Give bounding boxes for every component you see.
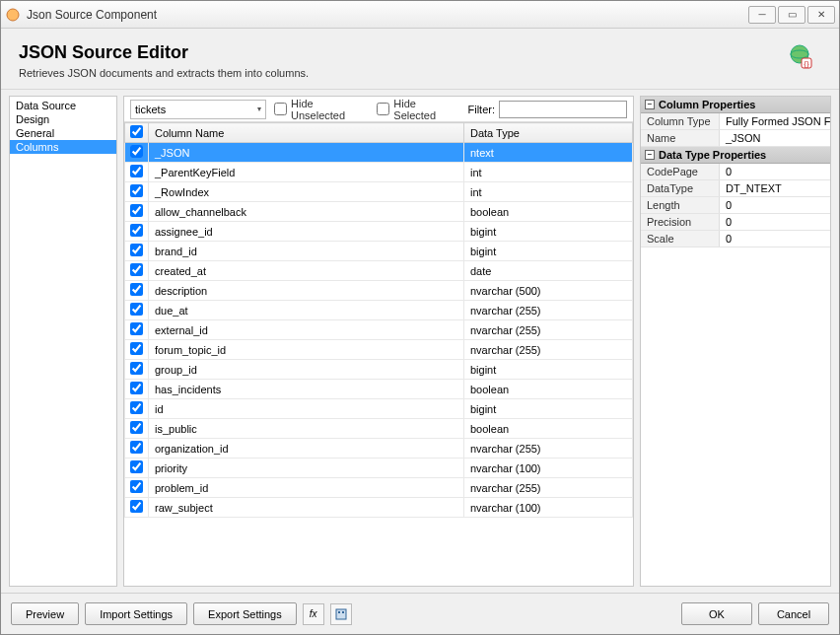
table-row[interactable]: _RowIndexint <box>125 182 633 202</box>
table-row[interactable]: problem_idnvarchar (255) <box>125 478 633 498</box>
row-checkbox[interactable] <box>130 421 143 434</box>
filter-wrap: Filter: <box>468 101 628 118</box>
row-checkbox[interactable] <box>130 382 143 394</box>
table-row[interactable]: assignee_idbigint <box>125 222 633 242</box>
prop-column-type[interactable]: Column Type Fully Formed JSON Fie <box>641 113 830 130</box>
options-icon-button[interactable] <box>330 603 352 625</box>
sidebar-item-design[interactable]: Design <box>10 112 116 126</box>
close-button[interactable]: ✕ <box>807 6 835 24</box>
cell-data-type: bigint <box>464 399 633 419</box>
cell-data-type: bigint <box>464 242 633 261</box>
row-checkbox[interactable] <box>130 401 143 414</box>
table-row[interactable]: allow_channelbackboolean <box>125 202 633 222</box>
data-type-properties-section[interactable]: − Data Type Properties <box>641 147 830 164</box>
page-subtitle: Retrieves JSON documents and extracts th… <box>19 67 309 79</box>
table-row[interactable]: forum_topic_idnvarchar (255) <box>125 340 633 360</box>
header: JSON Source Editor Retrieves JSON docume… <box>1 29 839 90</box>
prop-scale[interactable]: Scale 0 <box>641 231 830 247</box>
ok-button[interactable]: OK <box>681 602 752 625</box>
cell-data-type: boolean <box>464 419 633 439</box>
table-row[interactable]: external_idnvarchar (255) <box>125 320 633 340</box>
table-row[interactable]: is_publicboolean <box>125 419 633 439</box>
row-checkbox[interactable] <box>130 244 143 256</box>
row-checkbox[interactable] <box>130 165 143 177</box>
collapse-icon[interactable]: − <box>645 100 655 109</box>
prop-codepage[interactable]: CodePage 0 <box>641 164 830 180</box>
filter-input[interactable] <box>499 101 627 118</box>
cell-data-type: nvarchar (255) <box>464 301 633 320</box>
grid-scroll[interactable]: Column Name Data Type _JSONntext_ParentK… <box>124 122 633 586</box>
table-row[interactable]: brand_idbigint <box>125 242 633 261</box>
cell-column-name: _ParentKeyField <box>149 163 464 182</box>
row-checkbox[interactable] <box>130 184 143 197</box>
dialog-window: Json Source Component ─ ▭ ✕ JSON Source … <box>0 0 840 635</box>
cell-data-type: bigint <box>464 360 633 380</box>
sidebar-item-general[interactable]: General <box>10 126 116 140</box>
hide-selected-input[interactable] <box>377 103 389 115</box>
row-checkbox[interactable] <box>130 322 143 335</box>
cell-column-name: description <box>149 281 464 301</box>
cell-data-type: boolean <box>464 380 633 399</box>
table-row[interactable]: raw_subjectnvarchar (100) <box>125 498 633 518</box>
row-checkbox[interactable] <box>130 441 143 454</box>
columns-table: Column Name Data Type _JSONntext_ParentK… <box>124 122 633 518</box>
table-row[interactable]: _JSONntext <box>125 143 633 163</box>
row-checkbox[interactable] <box>130 224 143 237</box>
column-properties-section[interactable]: − Column Properties <box>641 97 830 113</box>
hide-unselected-input[interactable] <box>274 103 287 115</box>
cell-column-name: is_public <box>149 419 464 439</box>
row-checkbox[interactable] <box>130 204 143 217</box>
prop-name[interactable]: Name _JSON <box>641 130 830 147</box>
table-row[interactable]: group_idbigint <box>125 360 633 380</box>
cell-data-type: int <box>464 182 633 202</box>
body: Data SourceDesignGeneralColumns tickets … <box>1 90 839 593</box>
expression-icon-button[interactable]: fx <box>303 603 324 625</box>
table-row[interactable]: organization_idnvarchar (255) <box>125 439 633 459</box>
hide-selected-checkbox[interactable]: Hide Selected <box>377 98 459 121</box>
collapse-icon[interactable]: − <box>645 150 655 160</box>
table-row[interactable]: created_atdate <box>125 261 633 281</box>
row-checkbox[interactable] <box>130 263 143 276</box>
prop-datatype[interactable]: DataType DT_NTEXT <box>641 180 830 197</box>
prop-precision[interactable]: Precision 0 <box>641 214 830 231</box>
cell-data-type: nvarchar (500) <box>464 281 633 301</box>
preview-button[interactable]: Preview <box>11 602 79 625</box>
import-settings-button[interactable]: Import Settings <box>85 602 187 625</box>
svg-rect-7 <box>342 611 344 613</box>
sidebar-item-columns[interactable]: Columns <box>10 140 116 154</box>
header-data-type[interactable]: Data Type <box>464 123 633 143</box>
prop-length[interactable]: Length 0 <box>641 197 830 214</box>
svg-rect-5 <box>336 609 346 619</box>
row-checkbox[interactable] <box>130 303 143 316</box>
row-checkbox[interactable] <box>130 362 143 375</box>
header-check[interactable] <box>125 123 149 143</box>
row-checkbox[interactable] <box>130 283 143 296</box>
row-checkbox[interactable] <box>130 145 143 158</box>
table-row[interactable]: idbigint <box>125 399 633 419</box>
cell-data-type: nvarchar (255) <box>464 478 633 498</box>
header-column-name[interactable]: Column Name <box>149 123 464 143</box>
cell-column-name: raw_subject <box>149 498 464 518</box>
cell-data-type: date <box>464 261 633 281</box>
minimize-button[interactable]: ─ <box>748 6 776 24</box>
hide-unselected-checkbox[interactable]: Hide Unselected <box>274 98 369 121</box>
cell-column-name: allow_channelback <box>149 202 464 222</box>
table-combo[interactable]: tickets ▾ <box>130 100 266 119</box>
sidebar-item-data-source[interactable]: Data Source <box>10 99 116 112</box>
maximize-button[interactable]: ▭ <box>778 6 805 24</box>
table-row[interactable]: has_incidentsboolean <box>125 380 633 399</box>
row-checkbox[interactable] <box>130 500 143 513</box>
cancel-button[interactable]: Cancel <box>758 602 829 625</box>
table-row[interactable]: _ParentKeyFieldint <box>125 163 633 182</box>
row-checkbox[interactable] <box>130 342 143 355</box>
cell-column-name: has_incidents <box>149 380 464 399</box>
cell-data-type: int <box>464 163 633 182</box>
table-row[interactable]: prioritynvarchar (100) <box>125 459 633 478</box>
table-row[interactable]: descriptionnvarchar (500) <box>125 281 633 301</box>
export-settings-button[interactable]: Export Settings <box>193 602 297 625</box>
table-row[interactable]: due_atnvarchar (255) <box>125 301 633 320</box>
center-panel: tickets ▾ Hide Unselected Hide Selected … <box>123 96 634 587</box>
row-checkbox[interactable] <box>130 480 143 493</box>
row-checkbox[interactable] <box>130 460 143 473</box>
svg-text:{}: {} <box>804 59 809 68</box>
